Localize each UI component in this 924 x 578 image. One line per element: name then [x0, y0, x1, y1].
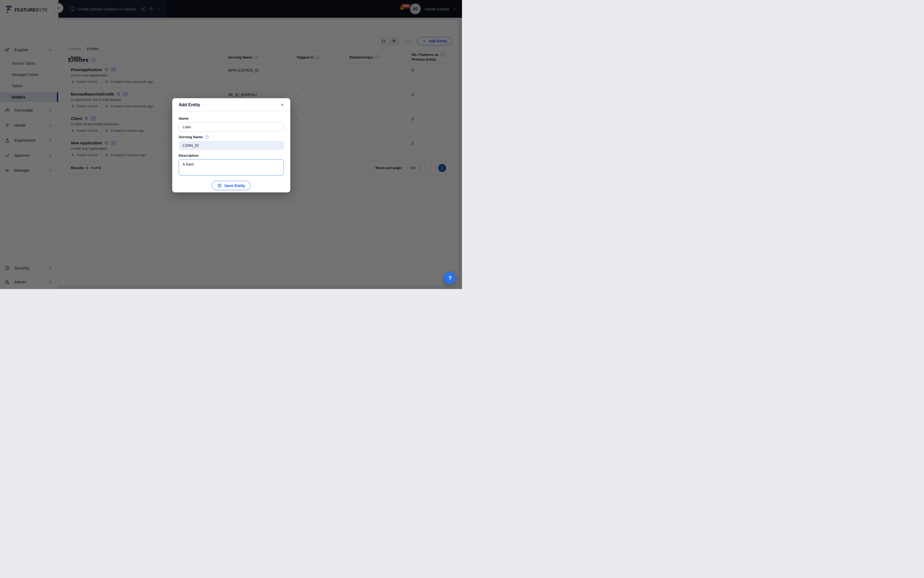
description-label: Description [179, 154, 284, 157]
modal-title: Add Entity [179, 102, 200, 107]
help-fab-button[interactable]: ? [444, 272, 456, 284]
text-cursor [193, 162, 194, 166]
save-entity-button[interactable]: Save Entity [212, 181, 251, 190]
save-disk-icon [217, 183, 222, 188]
close-icon[interactable]: ✕ [280, 103, 284, 107]
name-label: Name [179, 117, 284, 120]
description-textarea[interactable]: A loan [179, 159, 284, 175]
app-root: Credit Default Dataset UI tutorial 999+ … [0, 0, 462, 289]
serving-name-label: Serving Name [179, 135, 203, 139]
name-input[interactable] [179, 122, 284, 132]
serving-name-input[interactable] [179, 141, 284, 150]
serving-name-help-icon[interactable]: ? [205, 135, 209, 139]
add-entity-modal: Add Entity ✕ Name Serving Name ? Descrip… [172, 98, 290, 192]
